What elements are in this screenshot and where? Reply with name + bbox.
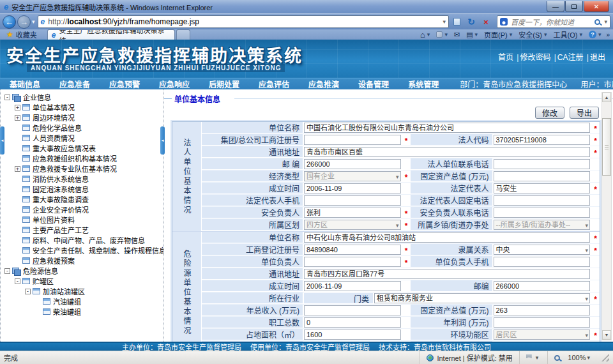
tree-item[interactable]: 消防供水系统信息 [2,174,163,184]
tree-item[interactable]: -加油站油罐区 [2,286,163,296]
input-field[interactable]: 2006-11-09 [304,281,401,291]
tree-expander-icon[interactable]: - [4,268,10,274]
header-link[interactable]: 退出 [589,53,607,62]
resize-grip[interactable] [602,354,609,361]
search-box[interactable]: 百度一下，你就知道 ▾ [497,15,610,28]
input-field[interactable]: 2006-11-09 [304,183,401,193]
safety-menu-button[interactable]: 安全(S)▾ [515,29,550,40]
page-menu-button[interactable]: 页面(P)▾ [481,29,515,40]
tree-item[interactable]: +应急救援专业队伍基本情况 [2,163,163,174]
export-button[interactable]: 导出 [570,107,599,119]
print-button[interactable]: ▤▾ [463,31,481,39]
tree-expander-icon[interactable]: + [15,105,20,110]
tree-item[interactable]: 汽油罐组 [2,296,163,307]
compatibility-view-button[interactable] [450,15,464,28]
tree-item[interactable]: 应急救援预案 [2,255,163,266]
input-field[interactable]: 青岛市四方区周口路77号 [304,269,590,279]
tree-item[interactable]: 应急救援组织机构基本情况 [2,153,163,163]
refresh-button[interactable]: ↻ [464,15,478,28]
tree-item[interactable]: 主要产品生产工艺 [2,225,163,235]
header-link[interactable]: 修改密码 [518,53,552,62]
tree-item[interactable]: 人员资质情况 [2,133,163,143]
input-field[interactable]: 中国石油化工股份有限公司山东青岛石油分公司 [304,123,590,133]
select-field[interactable]: 中央▾ [494,245,591,255]
input-field[interactable] [304,305,401,315]
tree-item[interactable]: 柴油罐组 [2,307,163,317]
zoom-control[interactable]: 100% ▾ [547,351,599,364]
tree-item[interactable]: -贮罐区 [2,276,163,286]
input-field[interactable]: 1600 [304,330,401,340]
tree-expander-icon[interactable]: - [4,95,10,100]
input-field[interactable]: 马安生 [494,183,591,193]
tree-item[interactable]: 企业安全评价情况 [2,204,163,215]
input-field[interactable] [494,257,591,267]
tree-item[interactable]: +单位基本情况 [2,102,163,112]
menu-item[interactable]: 应急推演 [299,79,349,89]
address-dropdown-icon[interactable]: ▾ [443,19,446,25]
tree-item[interactable]: -企业信息 [2,92,163,102]
stop-button[interactable]: × [479,15,493,28]
menu-item[interactable]: 系统管理 [398,79,448,89]
input-field[interactable] [304,195,401,206]
back-button[interactable]: ← [3,15,16,29]
more-toolbar-icon[interactable]: » [604,31,612,38]
tree-item[interactable]: +周边环境情况 [2,112,163,123]
search-dropdown-icon[interactable]: ▾ [604,19,607,25]
help-button[interactable]: ?▾ [586,31,605,38]
menu-item[interactable]: 基础信息 [0,79,50,89]
menu-item[interactable]: 后期处置 [199,79,249,89]
new-tab-button[interactable] [176,29,190,40]
input-field[interactable]: 370205F119008 [494,135,591,145]
tree-expander-icon[interactable]: - [25,289,31,294]
read-mail-button[interactable]: ✉ [451,31,463,39]
history-dropdown-icon[interactable]: ▾ [32,19,35,25]
tree-item[interactable]: 重大事故应急情况表 [2,143,163,153]
select-field[interactable]: --所属乡镇/街道办事处--▾ [494,220,591,230]
splitter-collapse-left[interactable]: ◂ [0,126,4,155]
menu-item[interactable]: 应急预警 [100,79,149,89]
input-field[interactable] [304,257,401,267]
input-field[interactable]: 青岛市市南区百盛 [304,147,590,157]
menu-item[interactable]: 应急响应 [149,79,199,89]
input-field[interactable] [494,317,591,328]
vertical-scrollbar[interactable]: ▲ ▼ [602,92,612,340]
input-field[interactable]: 中石化山东青岛石油分公司8加油站 [304,232,590,243]
tree-item[interactable]: 重大事故隐患调查 [2,194,163,204]
header-link[interactable]: 首页 [497,53,515,62]
minimize-button[interactable]: — [547,1,564,12]
input-field[interactable]: 84890840 [304,245,401,255]
tree-item[interactable]: 固定泡沫系统信息 [2,184,163,194]
scrollbar-thumb[interactable] [602,118,611,176]
scroll-up-icon[interactable]: ▲ [602,93,611,102]
splitter-collapse-right[interactable]: ◂ [160,126,165,155]
input-field[interactable]: 266000 [494,281,591,291]
menu-item[interactable]: 应急评估 [249,79,299,89]
maximize-button[interactable] [565,1,583,12]
protected-mode-button[interactable]: ▾ [519,351,548,364]
input-field[interactable] [494,159,591,169]
input-field[interactable]: 266000 [304,159,401,169]
input-field[interactable] [494,195,591,206]
modify-button[interactable]: 修改 [535,107,564,119]
tree-expander-icon[interactable]: + [15,115,20,121]
feeds-button[interactable]: ▾ [433,31,451,38]
header-link[interactable]: CA注册 [556,53,585,62]
select-field[interactable]: 国有企业▾ [304,171,401,181]
tools-menu-button[interactable]: 工具(O)▾ [550,29,585,40]
forward-button[interactable]: → [17,15,31,29]
tree-item[interactable]: -危险源信息 [2,266,163,276]
input-field[interactable] [494,171,591,181]
input-field[interactable]: 263 [494,305,591,315]
tree-item[interactable]: 危险化学品信息 [2,123,163,133]
menu-item[interactable]: 应急准备 [50,79,100,89]
input-field[interactable]: 张利 [304,208,401,218]
scroll-down-icon[interactable]: ▼ [602,330,611,340]
input-field[interactable] [494,208,591,218]
tree-item[interactable]: 原料、中间产物、产品、废弃物信息 [2,235,163,245]
input-field[interactable]: 0 [304,317,401,328]
menu-item[interactable]: 设备管理 [349,79,398,89]
home-button[interactable]: ⌂▾ [417,30,433,40]
tree-expander-icon[interactable]: + [15,166,20,172]
favorites-button[interactable]: ★ 收藏夹 [1,29,42,40]
address-bar[interactable]: e http://localhost:90/yjzh/frame/homepag… [38,15,449,28]
